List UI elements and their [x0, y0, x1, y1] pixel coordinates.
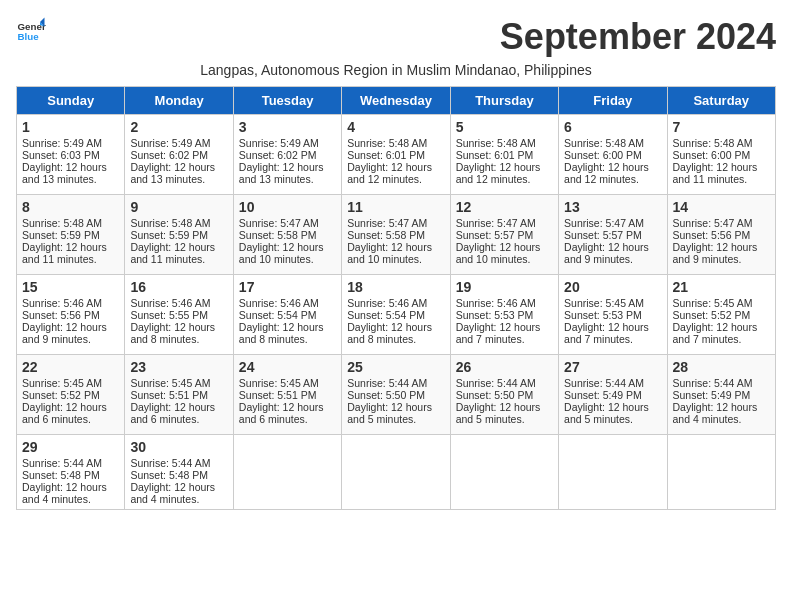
day-info-line: Daylight: 12 hours — [456, 401, 553, 413]
day-info-line: Sunrise: 5:49 AM — [239, 137, 336, 149]
day-cell-20: 20Sunrise: 5:45 AMSunset: 5:53 PMDayligh… — [559, 275, 667, 355]
day-info-line: Sunrise: 5:49 AM — [130, 137, 227, 149]
day-cell-2: 2Sunrise: 5:49 AMSunset: 6:02 PMDaylight… — [125, 115, 233, 195]
day-info-line: Daylight: 12 hours — [347, 321, 444, 333]
day-cell-14: 14Sunrise: 5:47 AMSunset: 5:56 PMDayligh… — [667, 195, 775, 275]
day-info-line: Daylight: 12 hours — [347, 161, 444, 173]
header-saturday: Saturday — [667, 87, 775, 115]
day-info-line: Daylight: 12 hours — [22, 321, 119, 333]
empty-cell — [342, 435, 450, 510]
day-info-line: Daylight: 12 hours — [673, 161, 770, 173]
week-row-5: 29Sunrise: 5:44 AMSunset: 5:48 PMDayligh… — [17, 435, 776, 510]
subtitle: Langpas, Autonomous Region in Muslim Min… — [16, 62, 776, 78]
week-row-3: 15Sunrise: 5:46 AMSunset: 5:56 PMDayligh… — [17, 275, 776, 355]
month-title: September 2024 — [500, 16, 776, 58]
day-number: 28 — [673, 359, 770, 375]
day-info-line: Sunrise: 5:48 AM — [673, 137, 770, 149]
day-number: 8 — [22, 199, 119, 215]
day-info-line: Sunset: 5:53 PM — [564, 309, 661, 321]
empty-cell — [559, 435, 667, 510]
header-thursday: Thursday — [450, 87, 558, 115]
day-info-line: and 5 minutes. — [347, 413, 444, 425]
day-cell-8: 8Sunrise: 5:48 AMSunset: 5:59 PMDaylight… — [17, 195, 125, 275]
day-cell-6: 6Sunrise: 5:48 AMSunset: 6:00 PMDaylight… — [559, 115, 667, 195]
day-number: 23 — [130, 359, 227, 375]
day-info-line: Sunset: 5:57 PM — [564, 229, 661, 241]
header-tuesday: Tuesday — [233, 87, 341, 115]
logo-icon: General Blue — [16, 16, 46, 46]
day-cell-7: 7Sunrise: 5:48 AMSunset: 6:00 PMDaylight… — [667, 115, 775, 195]
svg-text:Blue: Blue — [18, 31, 40, 42]
day-cell-29: 29Sunrise: 5:44 AMSunset: 5:48 PMDayligh… — [17, 435, 125, 510]
day-info-line: Sunset: 5:54 PM — [239, 309, 336, 321]
day-cell-28: 28Sunrise: 5:44 AMSunset: 5:49 PMDayligh… — [667, 355, 775, 435]
day-info-line: Sunset: 6:02 PM — [239, 149, 336, 161]
day-number: 11 — [347, 199, 444, 215]
day-info-line: and 11 minutes. — [673, 173, 770, 185]
day-info-line: Sunset: 6:00 PM — [564, 149, 661, 161]
day-info-line: and 7 minutes. — [456, 333, 553, 345]
header-wednesday: Wednesday — [342, 87, 450, 115]
day-info-line: and 13 minutes. — [22, 173, 119, 185]
day-info-line: Sunrise: 5:45 AM — [564, 297, 661, 309]
day-info-line: and 4 minutes. — [673, 413, 770, 425]
day-cell-23: 23Sunrise: 5:45 AMSunset: 5:51 PMDayligh… — [125, 355, 233, 435]
day-info-line: Sunrise: 5:45 AM — [673, 297, 770, 309]
day-info-line: Sunset: 5:59 PM — [130, 229, 227, 241]
day-info-line: and 9 minutes. — [673, 253, 770, 265]
day-cell-3: 3Sunrise: 5:49 AMSunset: 6:02 PMDaylight… — [233, 115, 341, 195]
day-info-line: Sunset: 5:51 PM — [239, 389, 336, 401]
day-info-line: Sunset: 5:58 PM — [347, 229, 444, 241]
day-info-line: Daylight: 12 hours — [347, 241, 444, 253]
day-info-line: Daylight: 12 hours — [456, 161, 553, 173]
day-number: 19 — [456, 279, 553, 295]
day-info-line: Sunrise: 5:44 AM — [456, 377, 553, 389]
day-info-line: Sunset: 6:02 PM — [130, 149, 227, 161]
day-info-line: Sunset: 5:48 PM — [22, 469, 119, 481]
day-info-line: Sunset: 5:55 PM — [130, 309, 227, 321]
day-info-line: Sunrise: 5:47 AM — [673, 217, 770, 229]
day-number: 3 — [239, 119, 336, 135]
day-info-line: Daylight: 12 hours — [564, 401, 661, 413]
header-monday: Monday — [125, 87, 233, 115]
header-friday: Friday — [559, 87, 667, 115]
day-cell-16: 16Sunrise: 5:46 AMSunset: 5:55 PMDayligh… — [125, 275, 233, 355]
day-info-line: Sunrise: 5:47 AM — [239, 217, 336, 229]
day-number: 13 — [564, 199, 661, 215]
day-info-line: Sunrise: 5:45 AM — [130, 377, 227, 389]
day-info-line: and 13 minutes. — [130, 173, 227, 185]
day-info-line: Sunset: 5:52 PM — [673, 309, 770, 321]
day-info-line: and 6 minutes. — [130, 413, 227, 425]
day-info-line: Sunrise: 5:44 AM — [564, 377, 661, 389]
day-info-line: Daylight: 12 hours — [130, 241, 227, 253]
day-info-line: Daylight: 12 hours — [239, 161, 336, 173]
day-info-line: Daylight: 12 hours — [673, 401, 770, 413]
day-cell-27: 27Sunrise: 5:44 AMSunset: 5:49 PMDayligh… — [559, 355, 667, 435]
day-cell-13: 13Sunrise: 5:47 AMSunset: 5:57 PMDayligh… — [559, 195, 667, 275]
day-info-line: Daylight: 12 hours — [22, 161, 119, 173]
day-info-line: and 4 minutes. — [130, 493, 227, 505]
day-info-line: Sunrise: 5:44 AM — [347, 377, 444, 389]
day-info-line: Sunrise: 5:48 AM — [22, 217, 119, 229]
week-row-2: 8Sunrise: 5:48 AMSunset: 5:59 PMDaylight… — [17, 195, 776, 275]
day-info-line: Sunrise: 5:45 AM — [239, 377, 336, 389]
day-cell-19: 19Sunrise: 5:46 AMSunset: 5:53 PMDayligh… — [450, 275, 558, 355]
day-info-line: Sunset: 5:49 PM — [673, 389, 770, 401]
day-number: 16 — [130, 279, 227, 295]
day-cell-9: 9Sunrise: 5:48 AMSunset: 5:59 PMDaylight… — [125, 195, 233, 275]
day-info-line: Sunset: 5:57 PM — [456, 229, 553, 241]
day-cell-17: 17Sunrise: 5:46 AMSunset: 5:54 PMDayligh… — [233, 275, 341, 355]
day-info-line: Daylight: 12 hours — [22, 481, 119, 493]
week-row-1: 1Sunrise: 5:49 AMSunset: 6:03 PMDaylight… — [17, 115, 776, 195]
day-info-line: Sunset: 5:56 PM — [673, 229, 770, 241]
day-info-line: Sunrise: 5:48 AM — [564, 137, 661, 149]
day-info-line: Sunset: 5:59 PM — [22, 229, 119, 241]
day-info-line: Daylight: 12 hours — [673, 241, 770, 253]
day-number: 12 — [456, 199, 553, 215]
day-info-line: and 12 minutes. — [456, 173, 553, 185]
day-cell-15: 15Sunrise: 5:46 AMSunset: 5:56 PMDayligh… — [17, 275, 125, 355]
day-cell-26: 26Sunrise: 5:44 AMSunset: 5:50 PMDayligh… — [450, 355, 558, 435]
day-info-line: Daylight: 12 hours — [22, 241, 119, 253]
day-info-line: Sunset: 6:01 PM — [347, 149, 444, 161]
day-cell-21: 21Sunrise: 5:45 AMSunset: 5:52 PMDayligh… — [667, 275, 775, 355]
